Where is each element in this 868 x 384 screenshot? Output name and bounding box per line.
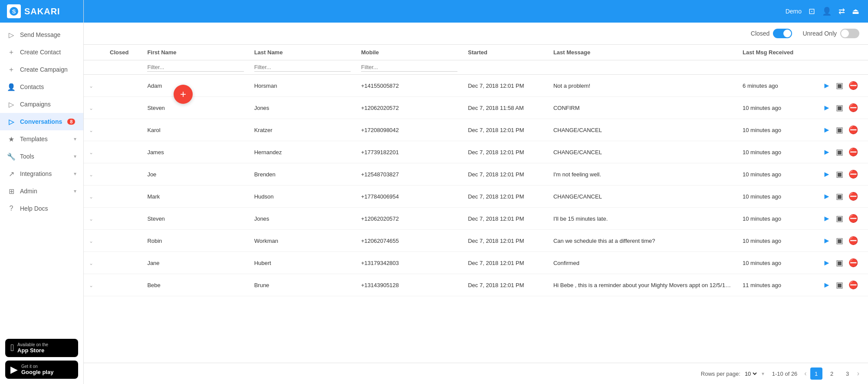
sidebar-item-contacts[interactable]: 👤 Contacts <box>0 78 83 96</box>
bookmark-button-7[interactable]: ▣ <box>834 235 845 246</box>
closed-cell-8 <box>105 252 142 274</box>
expand-chevron-8[interactable]: ⌄ <box>89 260 93 266</box>
filter-first-name-input[interactable] <box>147 63 243 72</box>
google-play-icon: ▶ <box>10 364 18 375</box>
sidebar-label-admin: Admin <box>20 188 37 195</box>
sidebar-item-campaigns[interactable]: ▷ Campaigns <box>0 96 83 113</box>
closed-toggle[interactable]: ✕ <box>773 29 792 38</box>
block-button-5[interactable]: ⛔ <box>847 191 860 202</box>
screen-icon[interactable]: ⊡ <box>809 7 815 16</box>
send-button-7[interactable]: ► <box>821 235 832 246</box>
send-button-0[interactable]: ► <box>821 80 832 91</box>
sidebar-item-send-message[interactable]: ▷ Send Message <box>0 26 83 43</box>
last-name-cell-3: Hernandez <box>249 141 356 163</box>
templates-icon: ★ <box>7 135 16 143</box>
last-msg-received-cell-5: 10 minutes ago <box>737 185 816 208</box>
filter-last-name-input[interactable] <box>254 63 351 72</box>
bookmark-button-6[interactable]: ▣ <box>834 213 845 224</box>
bookmark-button-2[interactable]: ▣ <box>834 124 845 136</box>
google-play-button[interactable]: ▶ Get it on Google play <box>5 361 78 379</box>
sidebar-item-help-docs[interactable]: ? Help Docs <box>0 200 83 217</box>
expand-cell-0: ⌄ <box>84 75 105 97</box>
block-button-0[interactable]: ⛔ <box>847 80 860 91</box>
sidebar-item-conversations[interactable]: ▷ Conversations 8 <box>0 113 83 130</box>
block-button-9[interactable]: ⛔ <box>847 279 860 291</box>
filter-last-msg-received-cell <box>737 60 816 75</box>
page-range: 1-10 of 26 <box>772 371 798 377</box>
col-started: Started <box>463 45 548 60</box>
bookmark-button-4[interactable]: ▣ <box>834 169 845 180</box>
app-store-small-text: Available on the <box>17 342 48 347</box>
last-msg-received-cell-6: 10 minutes ago <box>737 208 816 230</box>
expand-chevron-3[interactable]: ⌄ <box>89 149 93 156</box>
col-last-msg-received: Last Msg Received <box>737 45 816 60</box>
send-button-8[interactable]: ► <box>821 258 832 268</box>
sidebar-item-integrations[interactable]: ↗ Integrations ▾ <box>0 165 83 182</box>
bookmark-button-0[interactable]: ▣ <box>834 80 845 91</box>
expand-chevron-5[interactable]: ⌄ <box>89 194 93 200</box>
send-button-6[interactable]: ► <box>821 213 832 224</box>
block-button-4[interactable]: ⛔ <box>847 169 860 180</box>
filter-mobile-input[interactable] <box>361 63 457 72</box>
sidebar-item-tools[interactable]: 🔧 Tools ▾ <box>0 148 83 165</box>
sidebar-label-templates: Templates <box>20 136 48 142</box>
filter-first-name-cell <box>142 60 249 75</box>
fab-add-button[interactable]: + <box>174 85 193 104</box>
swap-icon[interactable]: ⇄ <box>838 7 845 16</box>
expand-chevron-4[interactable]: ⌄ <box>89 172 93 178</box>
page-3-button[interactable]: 3 <box>842 367 854 380</box>
table-row: ⌄ Robin Workman +12062074655 Dec 7, 2018… <box>84 230 868 252</box>
closed-label: Closed <box>751 30 770 37</box>
send-button-1[interactable]: ► <box>821 103 832 113</box>
bookmark-button-5[interactable]: ▣ <box>834 191 845 202</box>
sidebar-item-create-campaign[interactable]: ＋ Create Campaign <box>0 61 83 78</box>
send-button-2[interactable]: ► <box>821 125 832 136</box>
block-button-7[interactable]: ⛔ <box>847 235 860 246</box>
send-button-9[interactable]: ► <box>821 280 832 291</box>
app-store-button[interactable]:  Available on the App Store <box>5 339 78 357</box>
block-button-8[interactable]: ⛔ <box>847 257 860 268</box>
expand-chevron-6[interactable]: ⌄ <box>89 216 93 222</box>
send-button-5[interactable]: ► <box>821 191 832 202</box>
bookmark-button-3[interactable]: ▣ <box>834 146 845 158</box>
sidebar-label-integrations: Integrations <box>20 170 52 177</box>
last-name-cell-9: Brune <box>249 274 356 296</box>
send-button-4[interactable]: ► <box>821 169 832 180</box>
send-button-3[interactable]: ► <box>821 147 832 158</box>
prev-page-button[interactable]: ‹ <box>804 370 806 377</box>
started-cell-4: Dec 7, 2018 12:01 PM <box>463 163 548 185</box>
unread-toggle-group: Unread Only ✕ <box>802 29 859 38</box>
block-button-6[interactable]: ⛔ <box>847 213 860 224</box>
bookmark-button-9[interactable]: ▣ <box>834 279 845 291</box>
block-button-2[interactable]: ⛔ <box>847 124 860 136</box>
expand-chevron-2[interactable]: ⌄ <box>89 127 93 133</box>
sidebar-item-admin[interactable]: ⊞ Admin ▾ <box>0 182 83 200</box>
sidebar-item-templates[interactable]: ★ Templates ▾ <box>0 130 83 148</box>
expand-chevron-9[interactable]: ⌄ <box>89 282 93 288</box>
unread-toggle[interactable]: ✕ <box>840 29 859 38</box>
logout-icon[interactable]: ⏏ <box>852 7 859 16</box>
user-icon[interactable]: 👤 <box>822 7 832 16</box>
bookmark-button-1[interactable]: ▣ <box>834 102 845 113</box>
sidebar-item-create-contact[interactable]: ＋ Create Contact <box>0 43 83 61</box>
started-cell-9: Dec 7, 2018 12:01 PM <box>463 274 548 296</box>
expand-chevron-0[interactable]: ⌄ <box>89 83 93 89</box>
expand-cell-3: ⌄ <box>84 141 105 163</box>
started-cell-6: Dec 7, 2018 12:01 PM <box>463 208 548 230</box>
block-button-3[interactable]: ⛔ <box>847 146 860 158</box>
expand-chevron-1[interactable]: ⌄ <box>89 105 93 111</box>
page-1-button[interactable]: 1 <box>810 367 822 380</box>
rows-per-page-select[interactable]: 10 25 50 <box>743 370 758 377</box>
first-name-cell-1: Steven <box>142 97 249 119</box>
page-2-button[interactable]: 2 <box>826 367 838 380</box>
actions-cell-9: ► ▣ ⛔ <box>816 274 868 296</box>
svg-text:S: S <box>12 8 16 15</box>
next-page-button[interactable]: › <box>857 370 859 377</box>
mobile-cell-7: +12062074655 <box>356 230 463 252</box>
bookmark-button-8[interactable]: ▣ <box>834 257 845 268</box>
col-last-message: Last Message <box>548 45 737 60</box>
expand-chevron-7[interactable]: ⌄ <box>89 238 93 244</box>
started-cell-3: Dec 7, 2018 12:01 PM <box>463 141 548 163</box>
block-button-1[interactable]: ⛔ <box>847 102 860 113</box>
sidebar-label-tools: Tools <box>20 153 34 160</box>
